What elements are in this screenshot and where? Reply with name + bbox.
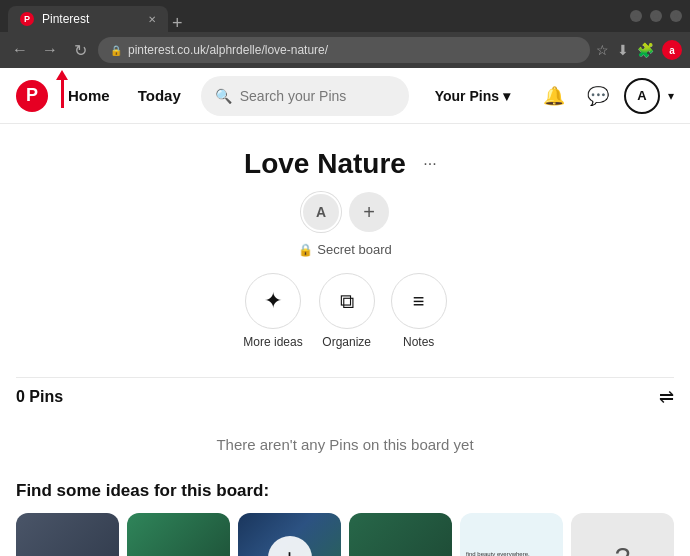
search-placeholder-text: Search your Pins [240,88,347,104]
nav-icons: 🔔 💬 A ▾ [536,78,674,114]
secret-badge: 🔒 Secret board [16,242,674,257]
pins-section: 0 Pins ⇌ There aren't any Pins on this b… [0,377,690,469]
notes-label: Notes [403,335,434,349]
tab-close-button[interactable]: ✕ [148,14,156,25]
organize-icon-wrap: ⧉ [319,273,375,329]
top-navigation: P Home Today 🔍 Search your Pins Your Pin… [0,68,690,124]
tab-favicon: P [20,12,34,26]
user-profile-icon[interactable]: a [662,40,682,60]
pins-count: 0 Pins [16,388,63,406]
today-nav-link[interactable]: Today [130,81,189,110]
arrow-indicator [56,70,68,108]
back-button[interactable]: ← [8,41,32,59]
url-display: pinterest.co.uk/alphrdelle/love-nature/ [128,43,328,57]
more-ideas-tool[interactable]: ✦ More ideas [243,273,302,349]
idea-card-question[interactable]: ? [571,513,674,556]
board-tools: ✦ More ideas ⧉ Organize ≡ N [16,273,674,349]
notes-icon-wrap: ≡ [391,273,447,329]
board-avatar: A [301,192,341,232]
home-nav-link[interactable]: Home [60,81,118,110]
board-header: Love Nature ··· A + 🔒 Secret board [0,124,690,377]
notifications-button[interactable]: 🔔 [536,78,572,114]
board-more-button[interactable]: ··· [414,148,446,180]
address-bar[interactable]: 🔒 pinterest.co.uk/alphrdelle/love-nature… [98,37,590,63]
avatar-button[interactable]: A [624,78,660,114]
board-actions: A + [16,192,674,232]
organize-icon: ⧉ [340,290,354,313]
your-pins-label: Your Pins [435,88,499,104]
browser-tab[interactable]: P Pinterest ✕ [8,6,168,32]
idea-card-1[interactable]: 🐢 [16,513,119,556]
avatar-letter: A [637,88,646,103]
board-title: Love Nature [244,148,406,180]
close-button[interactable]: ✕ [670,10,682,22]
forward-button[interactable]: → [38,41,62,59]
download-icon[interactable]: ⬇ [617,42,629,58]
pins-header: 0 Pins ⇌ [16,377,674,420]
arrow-shaft [61,80,64,108]
bookmark-icon[interactable]: ☆ [596,42,609,58]
idea-card-add[interactable]: + If you love nature you'll find beauty [238,513,341,556]
question-icon: ? [615,542,631,556]
new-tab-button[interactable]: + [172,14,183,32]
organize-label: Organize [322,335,371,349]
ideas-grid: 🐢 + If you love nature you'll find beaut… [16,513,674,556]
profile-chevron[interactable]: ▾ [668,89,674,103]
idea-card-4[interactable]: Nature finally has the power to heal by … [349,513,452,556]
search-bar[interactable]: 🔍 Search your Pins [201,76,409,116]
more-ideas-label: More ideas [243,335,302,349]
find-ideas-section: Find some ideas for this board: 🐢 + [0,469,690,556]
minimize-button[interactable]: − [630,10,642,22]
board-title-row: Love Nature ··· [16,148,674,180]
arrow-head [56,70,68,80]
refresh-button[interactable]: ↻ [68,41,92,60]
messages-button[interactable]: 💬 [580,78,616,114]
tab-title: Pinterest [42,12,140,26]
empty-state-message: There aren't any Pins on this board yet [16,420,674,469]
your-pins-button[interactable]: Your Pins ▾ [421,80,524,112]
idea-card-2[interactable] [127,513,230,556]
secret-lock-icon: 🔒 [298,243,313,257]
add-collaborator-button[interactable]: + [349,192,389,232]
pinterest-logo[interactable]: P [16,80,48,112]
notes-tool[interactable]: ≡ Notes [391,273,447,349]
secret-label: Secret board [317,242,391,257]
more-ideas-icon-wrap: ✦ [245,273,301,329]
notes-icon: ≡ [413,290,425,313]
extensions-icon[interactable]: 🧩 [637,42,654,58]
organize-tool[interactable]: ⧉ Organize [319,273,375,349]
lock-icon: 🔒 [110,45,122,56]
search-icon: 🔍 [215,88,232,104]
filter-button[interactable]: ⇌ [659,386,674,408]
maximize-button[interactable]: □ [650,10,662,22]
your-pins-chevron: ▾ [503,88,510,104]
find-ideas-title: Find some ideas for this board: [16,481,674,501]
idea-card-5[interactable]: find beauty everywhere.ideas for bugs [460,513,563,556]
main-content: Love Nature ··· A + 🔒 Secret board [0,124,690,556]
sparkle-icon: ✦ [264,288,282,314]
